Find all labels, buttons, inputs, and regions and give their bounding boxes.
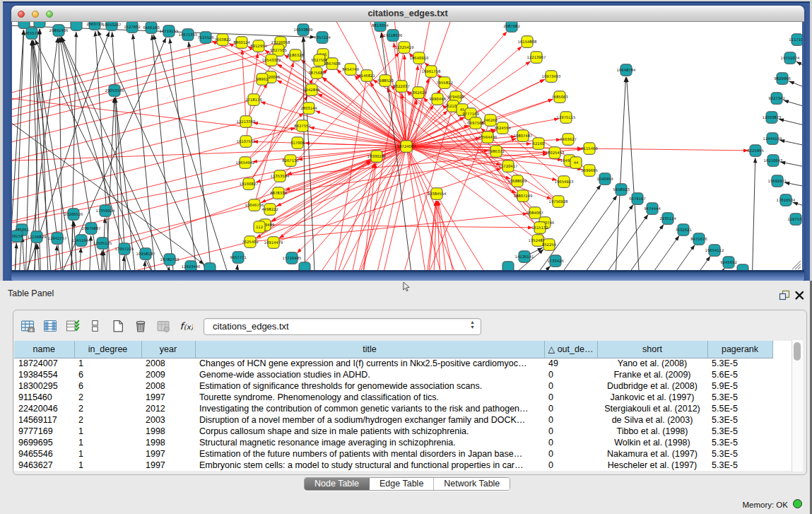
close-panel-icon[interactable] bbox=[794, 291, 805, 300]
dropdown-stepper-icon: ▲▼ bbox=[470, 320, 475, 329]
graph-node-label: 11353594 bbox=[271, 174, 290, 178]
graph-node-label: 1527602 bbox=[124, 25, 141, 29]
graph-node-label: 6679197 bbox=[629, 197, 646, 201]
graph-edge bbox=[784, 182, 802, 188]
graph-node[interactable] bbox=[737, 264, 748, 270]
column-header-name[interactable]: name bbox=[14, 341, 74, 358]
graph-node-label: 20891406 bbox=[49, 28, 69, 33]
table-row[interactable]: 2242004622012Investigating the contribut… bbox=[14, 403, 772, 414]
window-title-bar[interactable]: citations_edges.txt bbox=[11, 6, 804, 22]
graph-node[interactable] bbox=[71, 22, 82, 30]
table-options-icon[interactable] bbox=[20, 320, 35, 332]
graph-edge bbox=[12, 101, 248, 174]
cell-year: 1997 bbox=[141, 392, 195, 403]
zoom-window-button[interactable] bbox=[46, 11, 53, 18]
scrollbar-thumb[interactable] bbox=[794, 342, 801, 361]
graph-edge bbox=[189, 42, 216, 270]
tab-node-table[interactable]: Node Table bbox=[305, 478, 370, 490]
table-row[interactable]: 1830029562008Estimation of significance … bbox=[14, 380, 772, 392]
desktop-top-line bbox=[0, 1, 812, 3]
graph-node-label: 4498222 bbox=[261, 207, 278, 211]
tab-network-table[interactable]: Network Table bbox=[434, 478, 510, 490]
select-rows-icon[interactable] bbox=[66, 320, 80, 332]
import-table-disabled-icon[interactable] bbox=[156, 320, 170, 332]
graph-node-label: 12505135 bbox=[93, 241, 112, 245]
row-height-icon[interactable] bbox=[88, 320, 102, 332]
table-row[interactable]: 1872400712008Changes of HCN gene express… bbox=[14, 358, 772, 369]
column-header-short[interactable]: short bbox=[597, 341, 707, 358]
network-graph: 1405571420891406206371910653267152760264… bbox=[12, 22, 802, 270]
column-header-year[interactable]: year bbox=[141, 341, 195, 358]
graph-node-label: 12093873 bbox=[763, 115, 782, 119]
graph-node[interactable] bbox=[299, 262, 310, 270]
graph-node-label: 1615132 bbox=[531, 226, 548, 230]
close-window-button[interactable] bbox=[18, 11, 25, 18]
graph-node-label: 317006 bbox=[290, 141, 305, 145]
function-builder-icon[interactable]: f(x) bbox=[179, 320, 193, 332]
table-vertical-scrollbar[interactable] bbox=[792, 340, 802, 472]
column-header-title[interactable]: title bbox=[195, 341, 544, 358]
graph-node-label: 15716485 bbox=[283, 256, 302, 260]
new-file-icon[interactable] bbox=[111, 320, 125, 332]
graph-node-label: 9699695 bbox=[581, 168, 598, 173]
attribute-table: namein_degreeyeartitle△ out_de…shortpage… bbox=[14, 341, 803, 471]
graph-node-label: 8186328 bbox=[287, 53, 304, 57]
graph-node-label: 6466160 bbox=[143, 25, 160, 30]
graph-node-label: 15720417 bbox=[499, 164, 518, 168]
graph-node-label: 19756928 bbox=[549, 199, 569, 204]
cell-pagerank: 5.3E-5 bbox=[707, 392, 772, 403]
graph-node-label: 19384554 bbox=[428, 192, 447, 196]
float-window-icon[interactable] bbox=[779, 290, 790, 300]
cell-short: Stergiakouli et al. (2012) bbox=[597, 403, 707, 414]
show-columns-icon[interactable] bbox=[43, 320, 57, 332]
table-row[interactable]: 969969511998Structural magnetic resonanc… bbox=[14, 437, 772, 448]
node-attribute-table: namein_degreeyeartitle△ out_de…shortpage… bbox=[14, 341, 773, 471]
column-header-out_de[interactable]: △ out_de… bbox=[544, 341, 597, 358]
cell-pagerank: 5.3E-5 bbox=[707, 448, 772, 460]
minimize-window-button[interactable] bbox=[32, 11, 39, 18]
table-selector-dropdown[interactable]: citations_edges.txt ▲▼ bbox=[204, 318, 481, 335]
cell-year: 2012 bbox=[141, 403, 195, 414]
graph-edge bbox=[233, 264, 237, 270]
graph-node-label: 6497568 bbox=[467, 121, 484, 125]
table-row[interactable]: 977716911998Corpus callosum shape and si… bbox=[14, 426, 772, 437]
table-row[interactable]: 1938455462009Genome-wide association stu… bbox=[14, 369, 772, 380]
network-canvas[interactable]: 1405571420891406206371910653267152760264… bbox=[12, 22, 802, 270]
tab-edge-table[interactable]: Edge Table bbox=[370, 478, 434, 490]
delete-icon[interactable] bbox=[134, 320, 148, 332]
cell-short: Yano et al. (2008) bbox=[597, 358, 707, 369]
cell-year: 1998 bbox=[141, 426, 195, 437]
table-row[interactable]: 1456911722003Disruption of a novel membe… bbox=[14, 414, 772, 426]
graph-node-label: 746266 bbox=[483, 118, 498, 122]
table-row[interactable]: 911546021997Tourette syndrome. Phenomeno… bbox=[14, 392, 772, 403]
graph-node-label: 8860124 bbox=[233, 40, 250, 45]
canvas-resize-grip[interactable] bbox=[792, 261, 801, 269]
graph-edge bbox=[529, 247, 543, 254]
graph-node[interactable] bbox=[34, 22, 45, 28]
graph-node-label: 16210643 bbox=[764, 158, 783, 163]
graph-edge bbox=[412, 148, 557, 180]
graph-node[interactable] bbox=[204, 263, 216, 270]
graph-edge bbox=[789, 81, 802, 90]
table-row[interactable]: 946554611997Estimation of the future num… bbox=[14, 448, 772, 460]
column-header-in_degree[interactable]: in_degree bbox=[74, 341, 141, 358]
graph-node-label: 7986372 bbox=[488, 149, 505, 153]
graph-node-label: 9327505 bbox=[270, 48, 287, 52]
table-row[interactable]: 946362711997Embryonic stem cells: a mode… bbox=[14, 460, 772, 471]
cell-title: Investigating the contribution of common… bbox=[195, 403, 544, 414]
memory-status-label: Memory: OK bbox=[742, 501, 788, 509]
graph-node-label: 29053346 bbox=[105, 88, 125, 93]
graph-node-label: 16782759 bbox=[160, 257, 180, 262]
cell-in_degree: 2 bbox=[74, 403, 141, 414]
cell-out_de: 0 bbox=[544, 403, 597, 414]
graph-edge bbox=[284, 153, 548, 192]
graph-edge bbox=[261, 102, 401, 145]
column-header-pagerank[interactable]: pagerank bbox=[707, 341, 772, 358]
graph-node-label: 18300295 bbox=[367, 154, 387, 158]
graph-node-label: 16543362 bbox=[262, 58, 281, 62]
graph-node-label: 112 bbox=[256, 225, 263, 229]
graph-node-label: 7632621 bbox=[675, 228, 692, 232]
cell-out_de: 0 bbox=[544, 460, 597, 471]
graph-node[interactable] bbox=[502, 262, 514, 270]
graph-edge bbox=[32, 244, 36, 270]
